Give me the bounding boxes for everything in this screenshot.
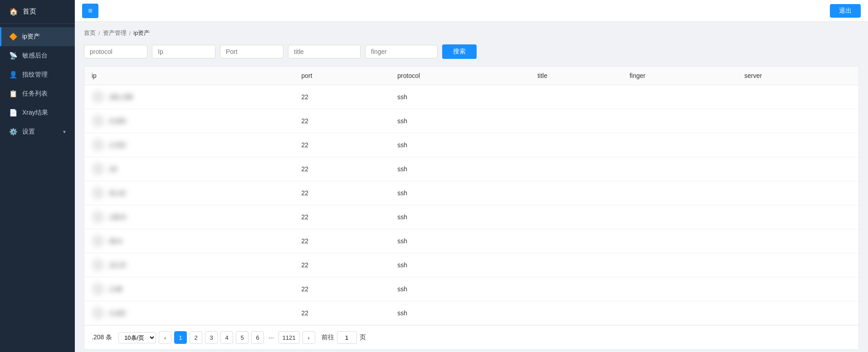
goto-input[interactable] [337,331,357,344]
hamburger-icon: ≡ [88,7,92,15]
sidebar-item-settings[interactable]: ⚙️ 设置 ▾ [0,122,75,141]
search-button[interactable]: 搜索 [442,44,477,59]
cell-title [530,181,622,205]
cell-ip: .2.232 [84,133,294,157]
cell-server [737,205,858,229]
table-row: .22.15 22 ssh [84,253,858,277]
table-row: .201.158 22 ssh [84,85,858,109]
page-size-select[interactable]: 10条/页 20条/页 50条/页 [118,332,156,343]
ip-input[interactable] [152,45,215,58]
protocol-input[interactable] [84,45,147,58]
finger-input[interactable] [365,45,438,58]
cell-server [737,85,858,109]
logout-button[interactable]: 退出 [830,4,861,18]
sidebar-item-xray[interactable]: 📄 Xray结果 [0,103,75,122]
cell-finger [622,277,737,301]
cell-ip: .24 [84,157,294,181]
table-row: .2.48 22 ssh [84,277,858,301]
data-table: ip port protocol title finger server .20… [84,67,858,325]
breadcrumb-sep1: / [98,30,100,37]
cell-port: 22 [294,109,390,133]
cell-finger [622,157,737,181]
page-4-button[interactable]: 4 [220,331,233,344]
table-row: .61.42 22 ssh [84,181,858,205]
prev-page-button[interactable]: ‹ [159,331,171,344]
cell-ip: .22.15 [84,253,294,277]
ip-assets-icon: 🔶 [9,33,18,41]
settings-icon: ⚙️ [9,128,18,136]
breadcrumb: 首页 / 资产管理 / ip资产 [84,29,859,37]
tasks-icon: 📋 [9,90,18,98]
sidebar-item-fingerprint[interactable]: 👤 指纹管理 [0,65,75,84]
table-row: .130.8 22 ssh [84,205,858,229]
next-page-button[interactable]: › [302,331,315,344]
cell-port: 22 [294,181,390,205]
cell-title [530,277,622,301]
table-row: .3.162 22 ssh [84,301,858,325]
last-page-button[interactable]: 1121 [278,331,300,344]
port-input[interactable] [220,45,283,58]
cell-title [530,205,622,229]
breadcrumb-home[interactable]: 首页 [84,29,96,37]
cell-server [737,133,858,157]
page-6-button[interactable]: 6 [251,331,264,344]
table-row: .2.232 22 ssh [84,133,858,157]
total-count: .208 条 [92,333,112,342]
sidebar-item-label: 任务列表 [22,90,66,98]
sidebar-item-label: 敏感后台 [22,52,66,60]
cell-server [737,181,858,205]
cell-protocol: ssh [390,301,530,325]
breadcrumb-asset-mgmt[interactable]: 资产管理 [103,29,127,37]
search-bar: 搜索 [84,44,859,59]
breadcrumb-current: ip资产 [133,29,150,37]
sidebar-item-label: 设置 [22,128,59,136]
page-5-button[interactable]: 5 [236,331,249,344]
chevron-down-icon: ▾ [63,129,66,135]
cell-title [530,229,622,253]
cell-port: 22 [294,205,390,229]
sidebar-item-label: 指纹管理 [22,71,66,79]
cell-server [737,229,858,253]
table-row: .60.4 22 ssh [84,229,858,253]
cell-protocol: ssh [390,109,530,133]
cell-ip: .201.158 [84,85,294,109]
cell-ip: .60.4 [84,229,294,253]
sidebar-logo-label: 首页 [23,7,36,16]
cell-finger [622,301,737,325]
cell-title [530,253,622,277]
breadcrumb-sep2: / [129,30,131,37]
main-area: ≡ 退出 首页 / 资产管理 / ip资产 搜索 [75,0,868,352]
sidebar-item-sensitive[interactable]: 📡 敏感后台 [0,46,75,65]
ellipsis: ··· [267,334,276,341]
title-input[interactable] [288,45,361,58]
fingerprint-icon: 👤 [9,71,18,79]
cell-protocol: ssh [390,85,530,109]
cell-ip: .130.8 [84,205,294,229]
col-port: port [294,67,390,85]
cell-finger [622,109,737,133]
cell-port: 22 [294,133,390,157]
cell-finger [622,253,737,277]
page-1-button[interactable]: 1 [174,331,187,344]
goto-section: 前往 页 [322,331,366,344]
cell-title [530,301,622,325]
cell-title [530,85,622,109]
cell-port: 22 [294,85,390,109]
cell-protocol: ssh [390,229,530,253]
page-3-button[interactable]: 3 [205,331,218,344]
sidebar-item-label: ip资产 [22,33,66,41]
menu-toggle-button[interactable]: ≡ [82,4,98,18]
home-nav-icon: 🏠 [9,7,18,16]
sidebar-logo: 🏠 首页 [0,0,75,24]
page-content: 首页 / 资产管理 / ip资产 搜索 ip port protocol [75,22,868,352]
sidebar-item-tasks[interactable]: 📋 任务列表 [0,84,75,103]
sensitive-icon: 📡 [9,52,18,60]
sidebar-item-ip-assets[interactable]: 🔶 ip资产 [0,27,75,46]
cell-port: 22 [294,301,390,325]
cell-title [530,109,622,133]
col-title: title [530,67,622,85]
cell-protocol: ssh [390,277,530,301]
cell-ip: .61.42 [84,181,294,205]
page-2-button[interactable]: 2 [190,331,202,344]
cell-port: 22 [294,277,390,301]
